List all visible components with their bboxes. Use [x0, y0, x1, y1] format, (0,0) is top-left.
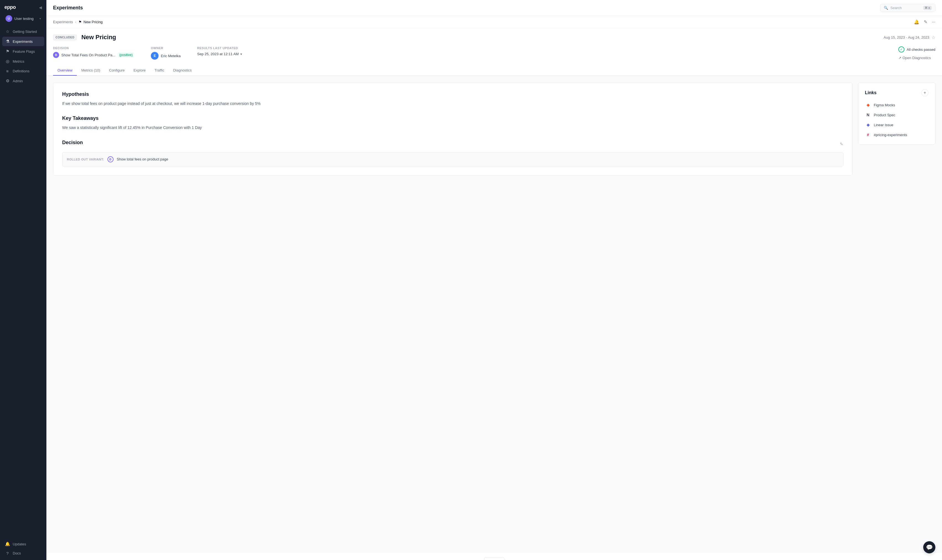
- check-icon: ✓: [898, 46, 904, 52]
- feature-flags-icon: ⚑: [5, 49, 10, 54]
- sidebar-item-getting-started[interactable]: ☆ Getting Started: [2, 27, 44, 36]
- checks-text: All checks passed: [907, 48, 935, 52]
- key-takeaways-text: We saw a statistically significant lift …: [62, 125, 843, 131]
- link-notion[interactable]: N Product Spec: [865, 112, 928, 118]
- sidebar-item-feature-flags[interactable]: ⚑ Feature Flags: [2, 47, 44, 56]
- rolled-out-text: Show total fees on product page: [117, 157, 168, 161]
- breadcrumb: Experiments › ⚑ New Pricing 🔔 ✎ ···: [46, 16, 942, 28]
- breadcrumb-separator: ›: [75, 20, 76, 24]
- results-date: Sep 25, 2023 at 12:11 AM: [197, 52, 239, 56]
- add-card-row: + Card: [46, 553, 942, 560]
- key-takeaways-section: Key Takeaways We saw a statistically sig…: [62, 115, 843, 131]
- sidebar-item-label: Updates: [13, 542, 26, 546]
- chat-icon: 💬: [926, 544, 933, 551]
- sidebar-item-admin[interactable]: ⚙ Admin: [2, 76, 44, 86]
- workspace-selector[interactable]: U User testing ▾: [2, 14, 44, 23]
- admin-icon: ⚙: [5, 78, 10, 83]
- notification-button[interactable]: 🔔: [914, 19, 919, 25]
- overview-card: Hypothesis If we show total fees on prod…: [53, 82, 853, 175]
- experiments-icon: ⚗: [5, 39, 10, 44]
- search-icon: 🔍: [884, 6, 888, 10]
- chat-bubble[interactable]: 💬: [923, 541, 935, 553]
- hypothesis-text: If we show total fees on product page in…: [62, 100, 843, 106]
- main-content: Experiments 🔍 Search ⌘ K Experiments › ⚑…: [46, 0, 942, 560]
- status-badge: CONCLUDED: [53, 34, 77, 40]
- owner-name: Eric Metelka: [161, 54, 181, 58]
- sidebar-item-docs[interactable]: ? Docs: [2, 549, 44, 558]
- rolled-out-box: ROLLED OUT VARIANT: B Show total fees on…: [62, 152, 843, 166]
- linear-icon: ◆: [865, 122, 871, 128]
- tabs: OverviewMetrics (10)ConfigureExploreTraf…: [46, 65, 942, 76]
- sidebar-item-updates[interactable]: 🔔 Updates: [2, 539, 44, 549]
- tab-configure[interactable]: Configure: [105, 65, 129, 76]
- rolled-out-label: ROLLED OUT VARIANT:: [67, 158, 104, 161]
- search-placeholder: Search: [890, 6, 921, 10]
- add-card-button[interactable]: + Card: [484, 557, 504, 560]
- logo-text: eppo: [5, 5, 16, 10]
- open-diagnostics-link[interactable]: ↗ Open Diagnostics: [898, 56, 931, 60]
- links-card: Links + ◈ Figma Mocks N Product Spec ◆ L…: [858, 82, 935, 145]
- checks-row: ✓ All checks passed: [898, 46, 935, 52]
- sidebar-item-label: Docs: [13, 551, 21, 555]
- sidebar-item-label: Definitions: [13, 69, 29, 73]
- search-box[interactable]: 🔍 Search ⌘ K: [880, 4, 935, 12]
- docs-icon: ?: [5, 551, 10, 555]
- experiment-name: New Pricing: [81, 34, 879, 41]
- workspace-name: User testing: [14, 17, 34, 21]
- sidebar-item-label: Metrics: [13, 59, 24, 63]
- decision-meta: DECISION B Show Total Fees On Product Pa…: [53, 46, 134, 58]
- sidebar: eppo ◀ U User testing ▾ ☆ Getting Starte…: [0, 0, 46, 560]
- link-slack[interactable]: # #pricing-experiments: [865, 132, 928, 138]
- sidebar-nav: ☆ Getting Started ⚗ Experiments ⚑ Featur…: [0, 26, 46, 537]
- workspace-avatar: U: [6, 15, 12, 22]
- breadcrumb-experiments[interactable]: Experiments: [53, 20, 73, 24]
- links-header: Links +: [865, 89, 928, 96]
- tab-traffic[interactable]: Traffic: [150, 65, 168, 76]
- add-link-button[interactable]: +: [921, 89, 928, 96]
- checks-passed: ✓ All checks passed ↗ Open Diagnostics: [898, 46, 935, 60]
- sidebar-logo: eppo ◀: [0, 0, 46, 14]
- link-label: #pricing-experiments: [874, 133, 907, 137]
- sidebar-item-definitions[interactable]: ≡ Definitions: [2, 66, 44, 76]
- sidebar-item-metrics[interactable]: ◎ Metrics: [2, 57, 44, 66]
- sidebar-item-label: Feature Flags: [13, 49, 35, 54]
- link-linear[interactable]: ◆ Linear Issue: [865, 122, 928, 128]
- content-area: CONCLUDED New Pricing Aug 15, 2023 - Aug…: [46, 28, 942, 560]
- owner-meta: OWNER E Eric Metelka: [151, 46, 181, 60]
- results-label: RESULTS LAST UPDATED: [197, 46, 242, 50]
- workspace-chevron-icon: ▾: [40, 17, 41, 20]
- link-figma[interactable]: ◈ Figma Mocks: [865, 102, 928, 108]
- chevron-down-icon[interactable]: ▾: [240, 52, 242, 56]
- hypothesis-section: Hypothesis If we show total fees on prod…: [62, 91, 843, 106]
- edit-button[interactable]: ✎: [924, 19, 927, 25]
- collapse-button[interactable]: ◀: [39, 5, 42, 10]
- decision-edit-icon[interactable]: ✎: [840, 142, 843, 147]
- variant-description: Show Total Fees On Product Pa...: [61, 53, 115, 57]
- sidebar-bottom: 🔔 Updates ? Docs: [0, 537, 46, 560]
- sidebar-item-label: Admin: [13, 79, 23, 83]
- experiment-header: CONCLUDED New Pricing Aug 15, 2023 - Aug…: [46, 28, 942, 65]
- owner-label: OWNER: [151, 46, 181, 50]
- hypothesis-title: Hypothesis: [62, 91, 843, 97]
- rolled-out-variant-badge: B: [108, 156, 114, 162]
- link-label: Linear Issue: [874, 123, 893, 127]
- more-options-button[interactable]: ···: [932, 20, 935, 25]
- link-label: Product Spec: [874, 113, 895, 117]
- notion-icon: N: [865, 112, 871, 118]
- tab-explore[interactable]: Explore: [129, 65, 150, 76]
- slack-icon: #: [865, 132, 871, 138]
- tab-metrics[interactable]: Metrics (10): [77, 65, 105, 76]
- breadcrumb-actions: 🔔 ✎ ···: [914, 19, 935, 25]
- header-actions: 🔍 Search ⌘ K: [880, 4, 935, 12]
- decision-section: Decision ✎ ROLLED OUT VARIANT: B Show to…: [62, 140, 843, 166]
- experiment-meta: DECISION B Show Total Fees On Product Pa…: [53, 46, 935, 65]
- decision-value: B Show Total Fees On Product Pa... (posi…: [53, 52, 134, 58]
- sidebar-item-experiments[interactable]: ⚗ Experiments: [2, 37, 44, 46]
- tab-diagnostics[interactable]: Diagnostics: [169, 65, 196, 76]
- star-icon[interactable]: ☆: [931, 35, 935, 40]
- search-shortcut: ⌘ K: [923, 6, 932, 10]
- experiment-title-row: CONCLUDED New Pricing Aug 15, 2023 - Aug…: [53, 34, 935, 41]
- variant-badge: B: [53, 52, 59, 58]
- figma-icon: ◈: [865, 102, 871, 108]
- tab-overview[interactable]: Overview: [53, 65, 77, 76]
